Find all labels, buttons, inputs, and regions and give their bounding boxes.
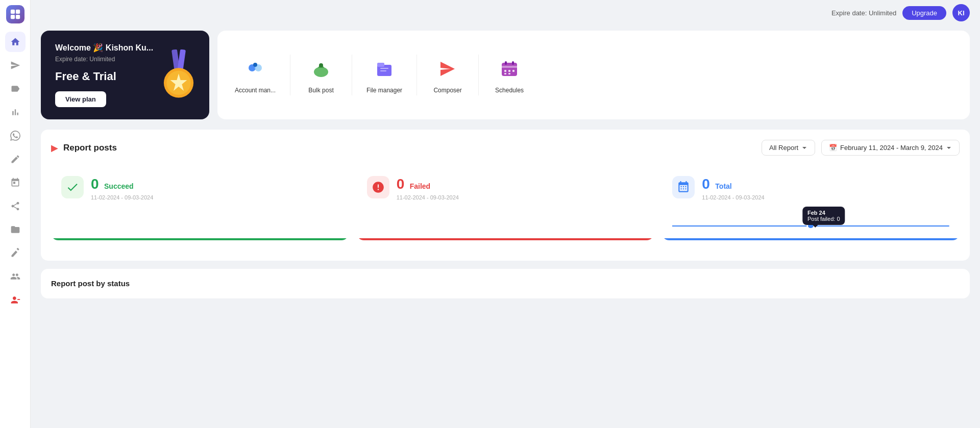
svg-rect-24 [508, 70, 510, 72]
stats-row: 0 Succeed 11-02-2024 - 09-03-2024 0 F [51, 164, 960, 240]
total-top: 0 Total 11-02-2024 - 09-03-2024 [672, 176, 949, 200]
tooltip-value: Post failed: 0 [807, 216, 840, 222]
topbar: Expire date: Unlimited Upgrade KI [821, 0, 980, 26]
schedules-icon [497, 56, 522, 82]
tooltip-box: Feb 24 Post failed: 0 [802, 207, 845, 225]
report-status-section: Report post by status [41, 269, 970, 298]
succeed-icon [61, 176, 84, 198]
failed-date: 11-02-2024 - 09-03-2024 [397, 194, 459, 200]
sidebar [0, 0, 31, 428]
top-row: Welcome 🎉 Kishon Ku... Expire date: Unli… [41, 31, 970, 119]
app-logo[interactable] [6, 5, 24, 23]
composer-icon [435, 56, 460, 82]
svg-rect-1 [15, 10, 19, 14]
total-date: 11-02-2024 - 09-03-2024 [702, 194, 764, 200]
succeed-top: 0 Succeed 11-02-2024 - 09-03-2024 [61, 176, 338, 200]
succeed-info: 0 Succeed 11-02-2024 - 09-03-2024 [91, 176, 153, 200]
failed-chart [367, 205, 644, 235]
svg-rect-0 [10, 10, 14, 14]
divider-4 [478, 55, 479, 95]
stat-card-total: 0 Total 11-02-2024 - 09-03-2024 Feb 24 P… [662, 164, 960, 240]
sidebar-item-chart[interactable] [5, 102, 26, 122]
report-icon: ▶ [51, 142, 58, 154]
failed-top: 0 Failed 11-02-2024 - 09-03-2024 [367, 176, 644, 200]
svg-rect-27 [508, 73, 510, 74]
qa-label-schedules: Schedules [495, 87, 524, 94]
svg-rect-26 [504, 73, 506, 74]
report-status-title: Report post by status [51, 279, 130, 288]
report-section-header: ▶ Report posts All Report 📅 February 11,… [51, 140, 960, 156]
svg-marker-18 [440, 62, 455, 76]
qa-label-composer: Composer [433, 87, 461, 94]
report-title: Report posts [63, 143, 117, 153]
section-controls: All Report 📅 February 11, 2024 - March 9… [762, 140, 960, 156]
sidebar-item-share[interactable] [5, 196, 26, 216]
failed-icon [367, 176, 389, 198]
svg-point-11 [253, 63, 257, 67]
svg-rect-16 [380, 68, 388, 69]
svg-rect-25 [512, 70, 514, 72]
qa-item-file[interactable]: File manager [357, 50, 411, 100]
sidebar-item-folder[interactable] [5, 219, 26, 240]
total-info: 0 Total 11-02-2024 - 09-03-2024 [702, 176, 764, 200]
total-chart-area: Feb 24 Post failed: 0 [672, 205, 949, 235]
main-content: Expire date: Unlimited Upgrade KI Welcom… [31, 0, 980, 428]
svg-point-13 [319, 63, 323, 67]
file-icon [372, 56, 397, 82]
qa-item-account[interactable]: Account man... [226, 50, 285, 100]
quick-access-panel: Account man... Bulk post [217, 31, 970, 119]
qa-label-bulk: Bulk post [308, 87, 333, 94]
stat-card-failed: 0 Failed 11-02-2024 - 09-03-2024 [357, 164, 654, 240]
view-plan-button[interactable]: View plan [55, 91, 106, 107]
tooltip-date: Feb 24 [807, 210, 840, 216]
sidebar-item-home[interactable] [5, 32, 26, 52]
total-count: 0 [702, 176, 710, 192]
upgrade-button[interactable]: Upgrade [902, 6, 946, 20]
expire-label: Expire date: Unlimited [831, 9, 896, 17]
divider-2 [352, 55, 352, 95]
failed-bar [357, 238, 654, 240]
qa-label-account: Account man... [235, 87, 276, 94]
succeed-label: Succeed [104, 182, 134, 190]
succeed-chart [61, 205, 338, 235]
sidebar-item-edit[interactable] [5, 149, 26, 169]
svg-rect-17 [380, 70, 386, 71]
svg-rect-20 [502, 66, 517, 68]
user-avatar[interactable]: KI [952, 4, 970, 21]
sidebar-item-pencil[interactable] [5, 243, 26, 263]
succeed-date: 11-02-2024 - 09-03-2024 [91, 194, 153, 200]
sidebar-item-tag[interactable] [5, 79, 26, 99]
stat-card-succeed: 0 Succeed 11-02-2024 - 09-03-2024 [51, 164, 349, 240]
total-bar [662, 238, 960, 240]
total-icon [672, 176, 695, 198]
succeed-bar [51, 238, 349, 240]
welcome-card: Welcome 🎉 Kishon Ku... Expire date: Unli… [41, 31, 209, 119]
svg-rect-23 [504, 70, 506, 72]
svg-rect-15 [377, 63, 384, 67]
qa-item-bulk[interactable]: Bulk post [296, 50, 347, 100]
account-icon [242, 56, 268, 82]
report-posts-section: ▶ Report posts All Report 📅 February 11,… [41, 130, 970, 261]
failed-info: 0 Failed 11-02-2024 - 09-03-2024 [397, 176, 459, 200]
svg-rect-22 [512, 61, 514, 65]
sidebar-item-user-remove[interactable] [5, 290, 26, 310]
sidebar-item-calendar[interactable] [5, 172, 26, 193]
date-range-filter[interactable]: 📅 February 11, 2024 - March 9, 2024 [821, 140, 960, 156]
sidebar-item-whatsapp[interactable] [5, 125, 26, 146]
divider-1 [290, 55, 290, 95]
qa-item-composer[interactable]: Composer [422, 50, 473, 100]
failed-label: Failed [410, 182, 430, 190]
all-report-filter[interactable]: All Report [762, 140, 815, 156]
svg-rect-21 [505, 61, 507, 65]
qa-label-file: File manager [366, 87, 402, 94]
sidebar-item-users[interactable] [5, 266, 26, 287]
medal-illustration [158, 49, 199, 100]
svg-point-12 [314, 67, 328, 77]
qa-item-schedules[interactable]: Schedules [484, 50, 535, 100]
divider-3 [416, 55, 417, 95]
sidebar-item-send[interactable] [5, 55, 26, 75]
failed-count: 0 [397, 176, 405, 192]
bulk-icon [308, 56, 334, 82]
total-label: Total [715, 182, 731, 190]
svg-rect-3 [15, 15, 19, 19]
